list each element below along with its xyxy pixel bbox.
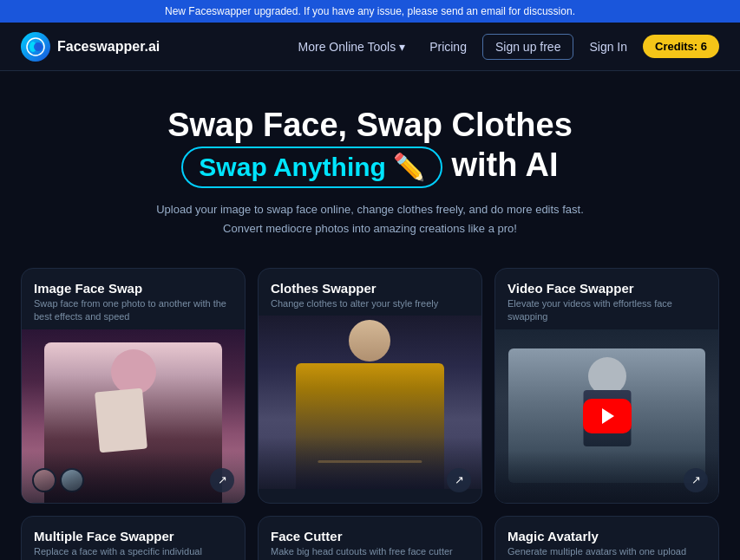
card-magic-avatarly[interactable]: Magic Avatarly Generate multiple avatars… — [494, 516, 719, 560]
hero-title: Swap Face, Swap Clothes Swap Anything ✏️… — [17, 106, 723, 188]
card-subtitle: Generate multiple avatars with one uploa… — [508, 545, 706, 558]
card-title: Multiple Face Swapper — [34, 529, 232, 544]
card-subtitle: Swap face from one photo to another with… — [34, 297, 232, 324]
card-title: Video Face Swapper — [508, 281, 706, 296]
chevron-down-icon: ▾ — [399, 40, 405, 54]
logo-icon — [21, 32, 50, 62]
signin-button[interactable]: Sign In — [580, 35, 636, 59]
card-header: Video Face Swapper Elevate your videos w… — [495, 269, 718, 329]
card-arrow-button[interactable]: ↗ — [447, 468, 471, 492]
more-tools-label: More Online Tools — [298, 40, 396, 54]
logo-text: Faceswapper.ai — [57, 39, 160, 55]
cards-section: Image Face Swap Swap face from one photo… — [0, 259, 740, 560]
card-title: Image Face Swap — [34, 281, 232, 296]
hero-section: Swap Face, Swap Clothes Swap Anything ✏️… — [0, 71, 740, 259]
hero-subtitle: Upload your image to swap face online, c… — [17, 200, 723, 238]
pricing-link[interactable]: Pricing — [421, 35, 475, 59]
card-arrow-button[interactable]: ↗ — [210, 468, 234, 492]
credits-button[interactable]: Credits: 6 — [643, 35, 719, 58]
card-subtitle: Elevate your videos with effortless face… — [508, 297, 706, 324]
svg-point-2 — [34, 42, 43, 51]
pricing-label: Pricing — [429, 40, 467, 54]
card-title: Clothes Swapper — [271, 281, 469, 296]
cards-row-1: Image Face Swap Swap face from one photo… — [21, 268, 719, 504]
card-face-cutter[interactable]: Face Cutter Make big head cutouts with f… — [258, 516, 482, 560]
cards-row-2: Multiple Face Swapper Replace a face wit… — [21, 516, 719, 560]
logo-area[interactable]: Faceswapper.ai — [21, 32, 160, 62]
card-title: Face Cutter — [271, 529, 469, 544]
play-icon — [602, 408, 614, 424]
card-header: Multiple Face Swapper Replace a face wit… — [22, 517, 245, 560]
card-header: Face Cutter Make big head cutouts with f… — [259, 517, 481, 560]
banner-text: New Faceswapper upgraded. If you have an… — [165, 5, 575, 17]
signup-button[interactable]: Sign up free — [482, 34, 574, 60]
card-arrow-button[interactable]: ↗ — [684, 468, 708, 492]
card-image — [259, 316, 481, 489]
navbar: Faceswapper.ai More Online Tools ▾ Prici… — [0, 23, 740, 71]
card-subtitle: Replace a face with a specific individua… — [34, 545, 232, 558]
pencil-icon: ✏️ — [393, 152, 425, 183]
card-header: Image Face Swap Swap face from one photo… — [22, 269, 245, 329]
card-image-face-swap[interactable]: Image Face Swap Swap face from one photo… — [21, 268, 246, 504]
play-button[interactable] — [583, 399, 632, 433]
nav-links: More Online Tools ▾ Pricing Sign up free… — [290, 34, 719, 60]
card-header: Clothes Swapper Change clothes to alter … — [259, 269, 481, 316]
hero-highlight: Swap Anything ✏️ — [181, 147, 442, 188]
more-tools-menu[interactable]: More Online Tools ▾ — [290, 35, 415, 59]
card-header: Magic Avatarly Generate multiple avatars… — [495, 517, 718, 560]
card-subtitle: Change clothes to alter your style freel… — [271, 297, 469, 310]
card-subtitle: Make big head cutouts with free face cut… — [271, 545, 469, 558]
card-title: Magic Avatarly — [508, 529, 706, 544]
top-banner: New Faceswapper upgraded. If you have an… — [0, 0, 740, 23]
card-clothes-swapper[interactable]: Clothes Swapper Change clothes to alter … — [258, 268, 482, 504]
card-video-face-swapper[interactable]: Video Face Swapper Elevate your videos w… — [494, 268, 719, 504]
card-multiple-face-swapper[interactable]: Multiple Face Swapper Replace a face wit… — [21, 516, 246, 560]
